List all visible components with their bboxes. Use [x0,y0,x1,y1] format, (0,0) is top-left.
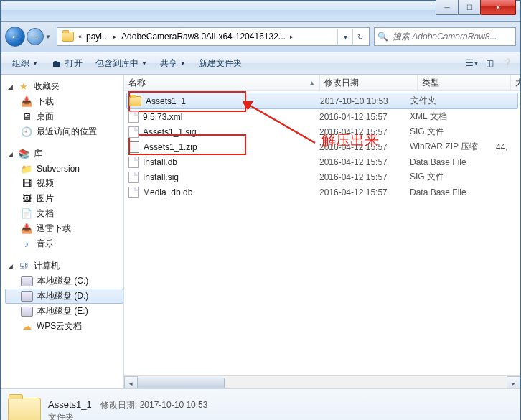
file-rows[interactable]: 解压出来 Assets1_12017-10-10 10:53文件夹9.5.73.… [124,91,520,375]
col-label: 修改日期 [324,77,359,89]
sidebar-computer[interactable]: ◢ 🖳 计算机 [5,258,123,274]
file-name: Install.sig [143,172,179,182]
sidebar-item-xunlei[interactable]: 📥迅雷下载 [5,221,123,236]
search-icon: 🔍 [377,32,388,42]
file-row[interactable]: Assets1_1.zip2016-04-12 15:57WinRAR ZIP … [124,139,520,154]
sidebar-item-music[interactable]: ♪音乐 [5,236,123,251]
collapse-icon[interactable]: ◢ [6,151,14,158]
col-date[interactable]: 修改日期 [320,75,418,90]
sidebar-item-recent[interactable]: 🕘最近访问的位置 [5,124,123,139]
file-icon [128,157,139,168]
maximize-button[interactable]: ☐ [458,0,481,15]
folder-icon [129,96,141,106]
back-button[interactable]: ← [5,27,25,47]
folder-icon: 📁 [21,163,32,174]
file-name: Media_db.db [143,187,192,197]
breadcrumb-root-icon[interactable] [59,29,77,45]
file-icon [128,172,139,183]
sidebar-item-pictures[interactable]: 🖼图片 [5,191,123,206]
col-type[interactable]: 类型 [418,75,511,90]
chevron-right-icon[interactable]: « [77,33,83,40]
breadcrumb[interactable]: « payl... ▸ AdobeCameraRaw8.0All-x64-120… [57,27,370,46]
window-controls: ─ ☐ ✕ [436,0,516,15]
details-type: 文件夹 [48,411,207,420]
sidebar-item-disk-e[interactable]: 本地磁盘 (E:) [5,304,123,319]
forward-button[interactable]: → [27,28,44,45]
breadcrumb-seg-0[interactable]: payl... [83,29,112,45]
collapse-icon[interactable]: ◢ [6,263,14,270]
music-icon: ♪ [21,238,32,250]
file-name: Assets1_1.sig [143,127,197,137]
search-input[interactable] [391,31,512,42]
sidebar-label: 库 [34,148,42,160]
share-menu[interactable]: 共享 ▼ [154,55,192,73]
scroll-left-icon[interactable]: ◂ [124,376,138,388]
file-row[interactable]: Media_db.db2016-04-12 15:57Data Base Fil… [124,185,520,200]
sidebar-item-downloads[interactable]: 📥下载 [5,94,123,109]
file-icon [128,111,139,123]
file-row[interactable]: Assets1_12017-10-10 10:53文件夹 [126,93,518,109]
file-row[interactable]: Assets1_1.sig2016-04-12 15:57SIG 文件 [124,124,520,139]
sort-asc-icon: ▲ [309,80,315,86]
file-name: Assets1_1 [146,96,186,106]
sidebar-item-disk-d[interactable]: 本地磁盘 (D:) [5,289,123,304]
organize-menu[interactable]: 组织 ▼ [6,55,44,73]
sidebar-favorites[interactable]: ◢ ★ 收藏夹 [5,79,123,94]
star-icon: ★ [18,81,29,93]
folder-icon [8,398,41,420]
sidebar-item-documents[interactable]: 📄文档 [5,206,123,221]
newfolder-button[interactable]: 新建文件夹 [193,55,248,73]
chevron-down-icon: ▼ [32,60,38,67]
include-menu[interactable]: 包含到库中 ▼ [90,55,153,73]
chevron-right-icon[interactable]: ▸ [112,33,118,40]
help-button[interactable]: ❔ [499,55,515,71]
sidebar-libraries[interactable]: ◢ 📚 库 [5,146,123,162]
file-icon [128,187,139,198]
horizontal-scrollbar[interactable]: ◂ ▸ [124,375,520,388]
open-button[interactable]: 🖿 打开 [45,55,88,73]
col-label: 名称 [128,77,146,89]
sidebar-item-desktop[interactable]: 🖥桌面 [5,109,123,124]
sidebar-item-label: 本地磁盘 (C:) [37,275,88,287]
preview-pane-button[interactable]: ◫ [482,55,497,71]
col-size[interactable]: 大小 [511,75,520,90]
file-row[interactable]: Install.db2016-04-12 15:57Data Base File [124,154,520,169]
navigation-pane[interactable]: ◢ ★ 收藏夹 📥下载 🖥桌面 🕘最近访问的位置 ◢ 📚 库 📁Subversi… [1,75,124,388]
search-box[interactable]: 🔍 [374,27,516,46]
breadcrumb-dropdown[interactable]: ▾ [337,29,352,45]
file-date: 2016-04-12 15:57 [319,172,410,182]
file-type: Data Base File [410,157,496,167]
file-name-cell: Install.db [128,157,319,168]
nav-history-dropdown[interactable]: ▼ [44,29,52,44]
chevron-right-icon[interactable]: ▸ [288,33,295,40]
file-name-cell: 9.5.73.xml [128,111,319,123]
view-menu[interactable]: ☰ ▼ [464,55,480,71]
file-type: Data Base File [410,187,496,197]
refresh-button[interactable]: ↻ [352,29,367,45]
file-name: Assets1_1.zip [144,142,197,152]
minimize-button[interactable]: ─ [436,0,459,15]
sidebar-item-disk-c[interactable]: 本地磁盘 (C:) [5,274,123,289]
sidebar-item-label: 迅雷下载 [37,223,71,235]
col-label: 大小 [515,77,520,89]
col-name[interactable]: 名称 ▲ [124,75,320,90]
download-icon: 📥 [21,223,32,235]
newfolder-label: 新建文件夹 [199,57,242,70]
sidebar-item-wps[interactable]: ☁WPS云文档 [5,319,123,334]
sidebar-item-video[interactable]: 🎞视频 [5,176,123,191]
organize-label: 组织 [12,57,29,70]
file-row[interactable]: 9.5.73.xml2016-04-12 15:57XML 文档 [124,109,520,124]
sidebar-item-label: 图片 [37,192,54,205]
zip-icon [128,141,139,153]
scroll-thumb[interactable] [137,378,225,388]
breadcrumb-seg-1[interactable]: AdobeCameraRaw8.0All-x64-120416132... [118,29,288,45]
scroll-right-icon[interactable]: ▸ [507,376,520,388]
close-button[interactable]: ✕ [480,0,516,15]
arrow-right-icon: → [30,31,40,42]
sidebar-item-subversion[interactable]: 📁Subversion [5,162,123,176]
details-date-value: 2017-10-10 10:53 [140,400,208,410]
collapse-icon[interactable]: ◢ [6,83,14,90]
file-row[interactable]: Install.sig2016-04-12 15:57SIG 文件 [124,169,520,185]
file-type: SIG 文件 [410,171,496,183]
sidebar-item-label: 文档 [37,207,54,220]
